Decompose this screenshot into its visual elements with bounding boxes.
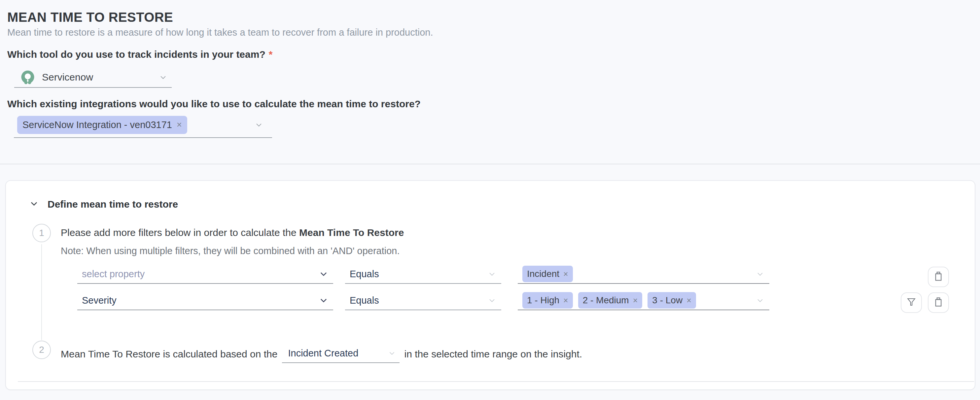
value-chip-label: 1 - High	[527, 296, 559, 305]
chevron-down-icon	[159, 73, 168, 82]
timestamp-select-value: Incident Created	[288, 348, 358, 359]
trash-icon	[933, 296, 944, 309]
values-multiselect-row2[interactable]: 1 - High × 2 - Medium × 3 - Low ×	[518, 291, 769, 310]
step-2-badge: 2	[32, 341, 51, 359]
chevron-down-icon	[254, 120, 264, 129]
panel-title: Define mean time to restore	[48, 199, 178, 210]
step-2-text-after: in the selected time range on the insigh…	[404, 349, 582, 360]
trash-icon	[933, 271, 944, 283]
chevron-down-icon	[756, 269, 765, 279]
question-integrations-label: Which existing integrations would you li…	[7, 98, 421, 110]
step-2-text-before: Mean Time To Restore is calculated based…	[61, 349, 277, 360]
step-connector-line	[41, 244, 42, 340]
remove-chip-icon[interactable]: ×	[563, 296, 568, 305]
page-title: MEAN TIME TO RESTORE	[7, 10, 173, 25]
step-2-row: Mean Time To Restore is calculated based…	[61, 344, 582, 364]
chevron-down-icon	[487, 269, 496, 279]
value-chip: 1 - High ×	[522, 292, 573, 309]
step-1-text-bold: Mean Time To Restore	[299, 227, 404, 238]
value-chip: 3 - Low ×	[648, 292, 696, 309]
operator-select-row1[interactable]: Equals	[345, 265, 501, 284]
define-mttr-panel: Define mean time to restore 1 Please add…	[5, 180, 975, 390]
property-placeholder: select property	[82, 269, 145, 279]
chevron-down-icon	[319, 295, 329, 305]
remove-chip-icon[interactable]: ×	[563, 270, 568, 278]
step-1-text-normal: Please add more filters below in order t…	[61, 227, 299, 238]
property-select-row1[interactable]: select property	[77, 265, 333, 284]
funnel-icon	[906, 297, 916, 309]
chevron-down-icon	[29, 199, 39, 210]
add-filter-button[interactable]	[901, 292, 922, 313]
value-chip-label: Incident	[527, 269, 559, 279]
servicenow-logo-icon	[21, 70, 35, 84]
values-multiselect-row1[interactable]: Incident ×	[518, 265, 769, 284]
delete-filter-row1-button[interactable]	[928, 267, 949, 287]
value-chip-label: 3 - Low	[652, 296, 682, 305]
question-tool-text: Which tool do you use to track incidents…	[7, 49, 266, 60]
value-chip-label: 2 - Medium	[583, 296, 629, 305]
timestamp-select[interactable]: Incident Created	[282, 344, 399, 363]
delete-filter-row2-button[interactable]	[928, 292, 949, 313]
tool-select[interactable]: Servicenow	[14, 67, 172, 88]
question-tool-label: Which tool do you use to track incidents…	[7, 49, 272, 60]
value-chip: Incident ×	[522, 266, 573, 282]
chevron-down-icon	[756, 296, 765, 305]
step-1-text: Please add more filters below in order t…	[61, 227, 404, 238]
required-asterisk: *	[269, 49, 273, 60]
chevron-down-icon	[319, 269, 329, 279]
operator-value: Equals	[350, 269, 379, 279]
tool-select-value: Servicenow	[42, 71, 93, 83]
integration-chip: ServiceNow Integration - ven03171 ×	[17, 116, 187, 134]
section-divider	[0, 164, 980, 164]
integration-chip-label: ServiceNow Integration - ven03171	[22, 120, 172, 130]
chevron-down-icon	[487, 296, 496, 305]
remove-chip-icon[interactable]: ×	[633, 296, 638, 305]
property-select-row2[interactable]: Severity	[77, 291, 333, 310]
chevron-down-icon	[388, 349, 396, 357]
property-value: Severity	[82, 295, 116, 306]
value-chip: 2 - Medium ×	[578, 292, 643, 309]
remove-chip-icon[interactable]: ×	[177, 121, 182, 129]
page-subtitle: Mean time to restore is a measure of how…	[7, 27, 433, 38]
operator-value: Equals	[350, 295, 379, 306]
step-1-note: Note: When using multiple filters, they …	[61, 246, 400, 256]
step-1-badge: 1	[32, 224, 51, 242]
operator-select-row2[interactable]: Equals	[345, 291, 501, 310]
remove-chip-icon[interactable]: ×	[686, 296, 691, 305]
panel-footer-divider	[18, 381, 974, 382]
panel-collapse-header[interactable]: Define mean time to restore	[29, 199, 178, 210]
integrations-multiselect[interactable]: ServiceNow Integration - ven03171 ×	[14, 115, 272, 138]
